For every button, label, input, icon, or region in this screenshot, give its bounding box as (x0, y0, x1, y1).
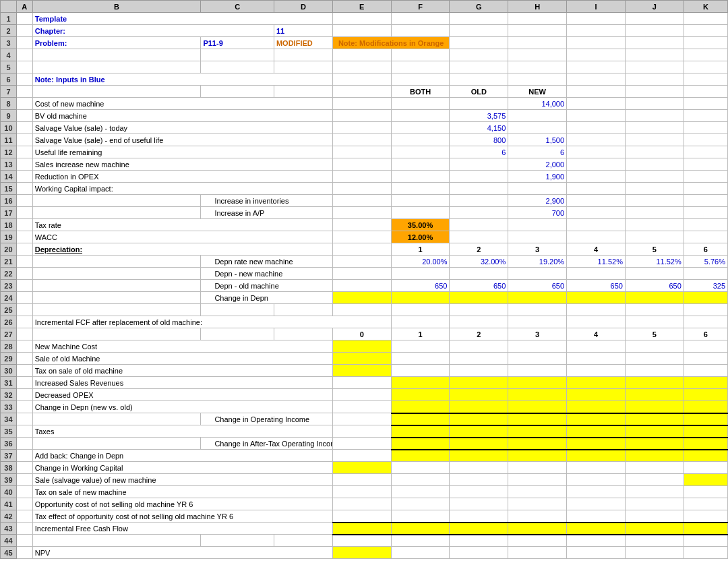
cell-13-c: Sales increase new machine (32, 158, 332, 171)
row-num-44: 44 (1, 535, 17, 547)
cell-28-c: New Machine Cost (32, 340, 332, 353)
row-38: 38 Change in Working Capital (1, 462, 728, 474)
cell-20-j: 5 (625, 243, 684, 256)
row-num-4: 4 (1, 49, 17, 61)
row-43: 43 Incremental Free Cash Flow (1, 523, 728, 535)
row-num-11: 11 (1, 134, 17, 146)
cell-3-d: MODIFIED (274, 37, 332, 49)
cell-27-j: 5 (625, 328, 684, 340)
row-14: 14 Reduction in OPEX 1,900 (1, 171, 728, 183)
row-num-38: 38 (1, 462, 17, 474)
cell-23-i: 650 (567, 280, 626, 292)
cell-23-h: 650 (508, 280, 567, 292)
cell-27-i: 4 (567, 328, 626, 340)
row-37: 37 Add back: Change in Depn (1, 450, 728, 462)
row-7: 7 BOTH OLD NEW (1, 86, 728, 98)
row-22: 22 Depn - new machine (1, 268, 728, 280)
row-num-12: 12 (1, 146, 17, 158)
row-num-23: 23 (1, 280, 17, 292)
cell-20-f: 1 (391, 243, 450, 256)
row-num-3: 3 (1, 37, 17, 49)
cell-2-d: 11 (274, 25, 332, 37)
cell-14-h: 1,900 (508, 171, 567, 183)
cell-31-c: Increased Sales Revenues (32, 377, 332, 389)
cell-9-c: BV old machine (32, 110, 332, 122)
cell-1-f (391, 13, 450, 25)
cell-7-g: OLD (450, 86, 508, 98)
row-num-24: 24 (1, 292, 17, 304)
cell-35-c: Taxes (32, 425, 332, 438)
row-29: 29 Sale of old Machine (1, 353, 728, 365)
row-16: 16 Increase in inventories 2,900 (1, 195, 728, 207)
row-num-13: 13 (1, 158, 17, 171)
row-num-29: 29 (1, 353, 17, 365)
row-36: 36 Change in After-Tax Operating Income (1, 438, 728, 450)
cell-9-g: 3,575 (450, 110, 508, 122)
cell-27-k: 6 (684, 328, 727, 340)
row-13: 13 Sales increase new machine 2,000 (1, 158, 728, 171)
row-num-15: 15 (1, 183, 17, 195)
cell-3-b: Problem: (32, 37, 201, 49)
row-num-36: 36 (1, 438, 17, 450)
row-42: 42 Tax effect of opportunity cost of not… (1, 510, 728, 523)
cell-2-a (16, 25, 32, 37)
row-num-43: 43 (1, 523, 17, 535)
cell-30-c: Tax on sale of old machine (32, 365, 332, 377)
cell-39-c: Sale (salvage value) of new machine (32, 474, 332, 486)
row-5: 5 (1, 61, 728, 73)
cell-11-h: 1,500 (508, 134, 567, 146)
cell-26-c: Incremental FCF after replacement of old… (32, 316, 391, 328)
col-header-b: B (32, 1, 201, 13)
col-header-k: K (684, 1, 727, 13)
cell-12-c: Useful life remaining (32, 146, 332, 158)
row-num-8: 8 (1, 98, 17, 110)
row-num-37: 37 (1, 450, 17, 462)
cell-6-note: Note: Inputs in Blue (32, 73, 332, 86)
row-num-5: 5 (1, 61, 17, 73)
cell-2-k (684, 25, 727, 37)
cell-18-c: Tax rate (32, 219, 332, 231)
cell-22-c: Depn - new machine (201, 268, 332, 280)
row-num-16: 16 (1, 195, 17, 207)
row-num-34: 34 (1, 413, 17, 425)
row-num-32: 32 (1, 389, 17, 401)
cell-20-h: 3 (508, 243, 567, 256)
row-35: 35 Taxes (1, 425, 728, 438)
row-num-33: 33 (1, 401, 17, 413)
col-header-f: F (391, 1, 450, 13)
row-num-20: 20 (1, 243, 17, 256)
row-41: 41 Opportunity cost of not selling old m… (1, 498, 728, 510)
col-header-d: D (274, 1, 332, 13)
row-15: 15 Working Capital impact: (1, 183, 728, 195)
cell-21-h: 19.20% (508, 256, 567, 268)
row-23: 23 Depn - old machine 650 650 650 650 65… (1, 280, 728, 292)
row-num-45: 45 (1, 547, 17, 559)
cell-11-g: 800 (450, 134, 508, 146)
row-num-22: 22 (1, 268, 17, 280)
cell-2-h (508, 25, 567, 37)
cell-3-i (567, 37, 626, 49)
row-8: 8 Cost of new machine 14,000 (1, 98, 728, 110)
cell-19-f: 12.00% (391, 231, 450, 243)
col-header-h: H (508, 1, 567, 13)
cell-14-c: Reduction in OPEX (32, 171, 332, 183)
cell-2-e (332, 25, 391, 37)
row-num-26: 26 (1, 316, 17, 328)
cell-42-c: Tax effect of opportunity cost of not se… (32, 510, 332, 523)
cell-17-h: 700 (508, 207, 567, 219)
row-19: 19 WACC 12.00% (1, 231, 728, 243)
cell-20-k: 6 (684, 243, 727, 256)
col-header-a: A (16, 1, 32, 13)
cell-21-g: 32.00% (450, 256, 508, 268)
cell-2-i (567, 25, 626, 37)
row-45: 45 NPV (1, 547, 728, 559)
cell-23-c: Depn - old machine (201, 280, 332, 292)
row-34: 34 Change in Operating Income (1, 413, 728, 425)
row-num-27: 27 (1, 328, 17, 340)
cell-37-c: Add back: Change in Depn (32, 450, 332, 462)
cell-34-c: Change in Operating Income (201, 413, 332, 425)
cell-12-h: 6 (508, 146, 567, 158)
row-3: 3 Problem: P11-9 MODIFIED Note: Modifica… (1, 37, 728, 49)
cell-15-c: Working Capital impact: (32, 183, 332, 195)
row-num-1: 1 (1, 13, 17, 25)
